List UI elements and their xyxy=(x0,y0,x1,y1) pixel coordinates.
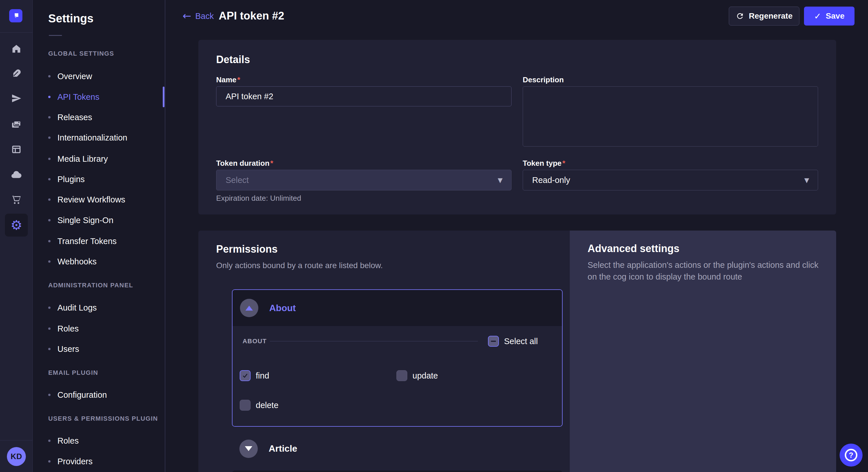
subnav-title-divider xyxy=(49,35,62,36)
accordion-about-title: About xyxy=(269,303,296,313)
required-asterisk: * xyxy=(270,159,273,167)
section-label-email-plugin: EMAIL PLUGIN xyxy=(48,369,98,376)
sidebar-item-media-library[interactable]: Media Library xyxy=(48,153,159,165)
chevron-down-icon: ▼ xyxy=(804,177,809,184)
sidebar-item-api-tokens[interactable]: API Tokens xyxy=(48,91,159,103)
marketplace-icon[interactable] xyxy=(5,188,28,211)
bullet-icon xyxy=(48,96,51,98)
bullet-icon xyxy=(48,75,51,77)
settings-icon[interactable]: ⚙ xyxy=(5,214,28,237)
regenerate-button[interactable]: Regenerate xyxy=(729,7,799,26)
select-all-checkbox[interactable] xyxy=(488,336,499,347)
delete-checkbox[interactable] xyxy=(240,400,251,411)
description-label: Description xyxy=(523,75,564,84)
bullet-icon xyxy=(48,460,51,463)
required-asterisk: * xyxy=(562,159,565,167)
content-manager-icon[interactable] xyxy=(5,62,28,85)
sidebar-item-providers[interactable]: Providers xyxy=(48,455,159,468)
token-duration-select[interactable]: Select ▼ xyxy=(216,170,512,191)
accordion-about-header[interactable]: About xyxy=(232,290,562,326)
check-icon: ✓ xyxy=(814,11,821,21)
update-label: update xyxy=(412,371,438,380)
save-button[interactable]: ✓ Save xyxy=(804,7,855,26)
help-button[interactable]: ? xyxy=(840,444,863,467)
bullet-icon xyxy=(48,307,51,309)
gear-icon: ⚙ xyxy=(10,218,22,232)
sidebar-item-webhooks[interactable]: Webhooks xyxy=(48,255,159,268)
sidebar-item-roles[interactable]: Roles xyxy=(48,322,159,335)
bullet-icon xyxy=(48,219,51,222)
home-icon[interactable] xyxy=(5,37,28,60)
bullet-icon xyxy=(48,116,51,119)
description-field[interactable] xyxy=(523,86,818,146)
regenerate-label: Regenerate xyxy=(749,11,793,21)
expand-toggle-button[interactable] xyxy=(239,440,258,458)
releases-icon[interactable] xyxy=(5,87,28,110)
update-checkbox[interactable] xyxy=(396,370,407,381)
section-label-administration-panel: ADMINISTRATION PANEL xyxy=(48,281,133,289)
select-all-label: Select all xyxy=(504,337,538,346)
sidebar-item-review-workflows[interactable]: Review Workflows xyxy=(48,193,159,206)
sidebar-item-internationalization[interactable]: Internationalization xyxy=(48,131,159,144)
nav-rail: ⚙ KD xyxy=(0,0,33,472)
sidebar-item-up-roles[interactable]: Roles xyxy=(48,434,159,447)
find-label: find xyxy=(256,371,269,380)
action-row-update[interactable]: update xyxy=(396,370,438,381)
avatar[interactable]: KD xyxy=(7,447,26,466)
name-field[interactable] xyxy=(216,86,512,106)
collapse-toggle-button[interactable] xyxy=(240,299,258,317)
deploy-icon[interactable] xyxy=(5,164,28,187)
media-library-icon[interactable] xyxy=(5,113,28,136)
token-duration-value: Select xyxy=(226,175,249,185)
permissions-card: Permissions Only actions bound by a rout… xyxy=(198,231,836,472)
expiration-hint: Expiration date: Unlimited xyxy=(216,194,301,203)
name-label: Name* xyxy=(216,75,240,84)
sidebar-item-transfer-tokens[interactable]: Transfer Tokens xyxy=(48,235,159,247)
sidebar-item-configuration[interactable]: Configuration xyxy=(48,389,159,401)
bullet-icon xyxy=(48,158,51,160)
sidebar-item-users[interactable]: Users xyxy=(48,343,159,355)
sidebar-item-plugins[interactable]: Plugins xyxy=(48,173,159,186)
bullet-icon xyxy=(48,328,51,330)
bullet-icon xyxy=(48,136,51,139)
rail-divider-bottom xyxy=(0,440,33,440)
save-label: Save xyxy=(826,11,844,21)
token-duration-label: Token duration* xyxy=(216,159,273,168)
about-group-label: ABOUT xyxy=(243,338,267,345)
active-item-indicator xyxy=(163,87,164,107)
bullet-icon xyxy=(48,178,51,180)
advanced-settings-heading: Advanced settings xyxy=(588,243,679,255)
sidebar-item-single-sign-on[interactable]: Single Sign-On xyxy=(48,214,159,227)
token-type-label: Token type* xyxy=(523,159,565,168)
permissions-subtitle: Only actions bound by a route are listed… xyxy=(216,261,383,270)
sidebar-item-overview[interactable]: Overview xyxy=(48,70,159,82)
accordion-article-title: Article xyxy=(269,443,298,454)
group-divider xyxy=(270,341,478,341)
select-all-row[interactable]: Select all xyxy=(488,336,538,347)
bullet-icon xyxy=(48,198,51,201)
token-type-select[interactable]: Read-only ▼ xyxy=(523,170,818,191)
refresh-icon xyxy=(736,12,744,20)
page-title: API token #2 xyxy=(219,10,284,22)
strapi-logo[interactable] xyxy=(9,9,22,22)
bullet-icon xyxy=(48,240,51,242)
action-row-delete[interactable]: delete xyxy=(240,400,278,411)
content-type-builder-icon[interactable] xyxy=(5,138,28,161)
action-row-find[interactable]: find xyxy=(240,370,269,381)
accordion-article-header[interactable]: Article xyxy=(232,427,563,471)
advanced-settings-description: Select the application's actions or the … xyxy=(588,259,823,283)
find-checkbox[interactable] xyxy=(240,370,251,381)
chevron-down-icon: ▼ xyxy=(498,177,503,184)
sidebar-item-audit-logs[interactable]: Audit Logs xyxy=(48,301,159,314)
bullet-icon xyxy=(48,260,51,263)
accordion-about-body: ABOUT Select all find xyxy=(232,326,562,427)
sidebar-item-releases[interactable]: Releases xyxy=(48,111,159,124)
indeterminate-dash-icon xyxy=(491,341,496,342)
permissions-heading: Permissions xyxy=(216,243,278,255)
details-heading: Details xyxy=(216,54,250,66)
back-link[interactable]: ← Back xyxy=(183,6,214,26)
chevron-down-icon xyxy=(245,446,252,451)
strapi-admin-app: ⚙ KD Settings GLOBAL SETTINGS Overview A… xyxy=(0,0,868,472)
strapi-logo-icon xyxy=(11,11,20,20)
rail-divider xyxy=(0,32,33,33)
